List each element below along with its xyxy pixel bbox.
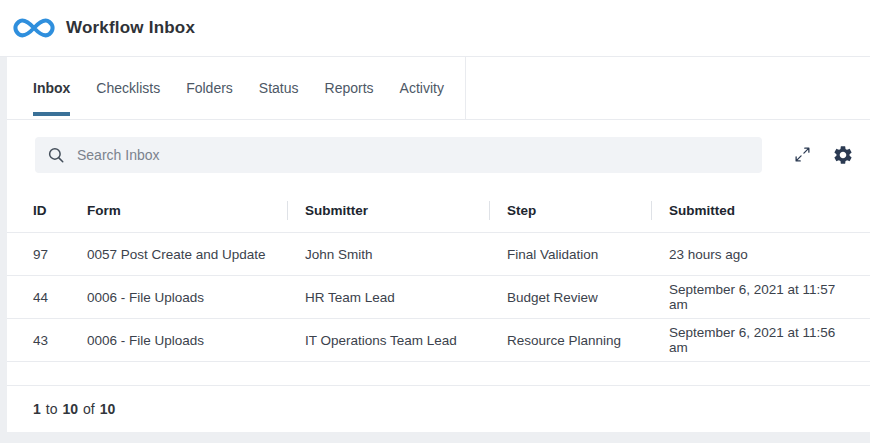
app-logo-icon <box>12 11 56 45</box>
app-header: Workflow Inbox <box>0 0 870 57</box>
cell-form: 0057 Post Create and Update <box>87 247 305 262</box>
tab-label: Folders <box>186 80 233 96</box>
pagination-end: 10 <box>62 401 78 417</box>
pagination-total: 10 <box>100 401 116 417</box>
cell-submitted: September 6, 2021 at 11:57 am <box>669 282 856 312</box>
table-body: 97 0057 Post Create and Update John Smit… <box>7 233 870 362</box>
tab-folders[interactable]: Folders <box>186 57 233 119</box>
tab-label: Activity <box>400 80 444 96</box>
table-header-row: ID Form Submitter Step Submitted <box>7 189 870 233</box>
settings-button[interactable] <box>830 142 856 168</box>
cell-form: 0006 - File Uploads <box>87 333 305 348</box>
toolbar-icons <box>789 142 856 168</box>
table-empty-space <box>7 362 870 385</box>
inbox-table: ID Form Submitter Step Submitted 97 0057… <box>7 189 870 362</box>
pagination-start: 1 <box>33 401 41 417</box>
expand-diagonal-icon <box>794 146 811 163</box>
col-header-form[interactable]: Form <box>87 189 305 232</box>
content-card: Inbox Checklists Folders Status Reports … <box>7 57 870 432</box>
cell-step: Resource Planning <box>507 333 669 348</box>
cell-submitter: John Smith <box>305 247 507 262</box>
tab-reports[interactable]: Reports <box>325 57 374 119</box>
col-header-submitter[interactable]: Submitter <box>305 189 507 232</box>
cell-id: 43 <box>33 333 87 348</box>
page-title: Workflow Inbox <box>66 18 195 38</box>
tab-activity[interactable]: Activity <box>400 57 444 119</box>
cell-id: 44 <box>33 290 87 305</box>
expand-button[interactable] <box>789 142 815 168</box>
tab-list: Inbox Checklists Folders Status Reports … <box>7 57 466 119</box>
tab-label: Inbox <box>33 80 70 96</box>
search-box[interactable] <box>35 137 762 173</box>
workflow-inbox-page: Workflow Inbox Inbox Checklists Folders … <box>0 0 870 443</box>
tab-label: Reports <box>325 80 374 96</box>
cell-submitter: IT Operations Team Lead <box>305 333 507 348</box>
pagination-of-label: of <box>83 401 95 417</box>
cell-submitter: HR Team Lead <box>305 290 507 305</box>
gear-icon <box>832 144 854 166</box>
table-row[interactable]: 97 0057 Post Create and Update John Smit… <box>7 233 870 276</box>
tab-status[interactable]: Status <box>259 57 299 119</box>
cell-step: Final Validation <box>507 247 669 262</box>
cell-step: Budget Review <box>507 290 669 305</box>
search-icon <box>47 146 65 164</box>
tab-label: Checklists <box>96 80 160 96</box>
cell-submitted: 23 hours ago <box>669 247 856 262</box>
col-header-step[interactable]: Step <box>507 189 669 232</box>
tab-bar: Inbox Checklists Folders Status Reports … <box>7 57 870 120</box>
pagination-summary: 1 to 10 of 10 <box>7 385 870 432</box>
table-row[interactable]: 44 0006 - File Uploads HR Team Lead Budg… <box>7 276 870 319</box>
col-header-submitted[interactable]: Submitted <box>669 189 856 232</box>
cell-form: 0006 - File Uploads <box>87 290 305 305</box>
tab-checklists[interactable]: Checklists <box>96 57 160 119</box>
pagination-to-label: to <box>46 401 58 417</box>
cell-submitted: September 6, 2021 at 11:56 am <box>669 325 856 355</box>
search-row <box>7 120 870 189</box>
tab-inbox[interactable]: Inbox <box>33 57 70 119</box>
cell-id: 97 <box>33 247 87 262</box>
tab-label: Status <box>259 80 299 96</box>
table-row[interactable]: 43 0006 - File Uploads IT Operations Tea… <box>7 319 870 362</box>
search-input[interactable] <box>77 147 750 163</box>
col-header-id[interactable]: ID <box>33 189 87 232</box>
